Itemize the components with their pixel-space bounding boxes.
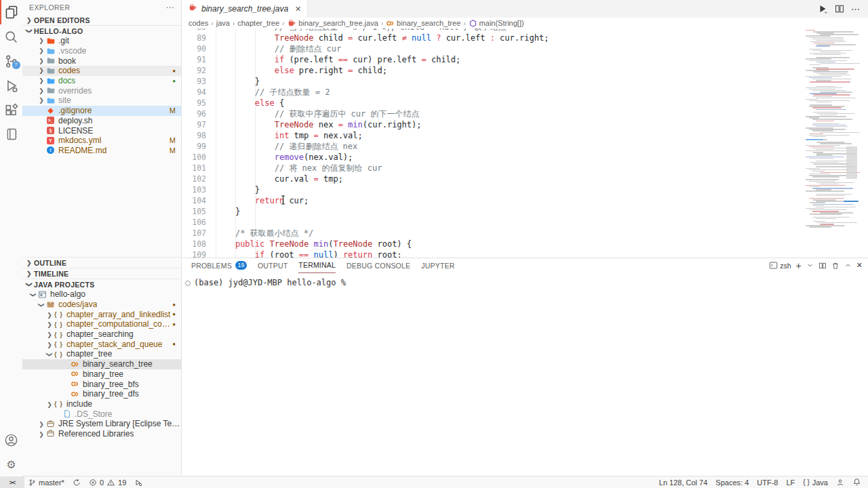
folder-icon	[45, 86, 56, 95]
extensions-icon[interactable]	[0, 98, 22, 122]
section-open-editors[interactable]: ❯ OPEN EDITORS	[22, 15, 181, 25]
item-label: mkdocs.yml	[58, 136, 101, 145]
terminal[interactable]: (base) jyd@JYD-MBP hello-algo %	[182, 272, 868, 468]
java-project-item-chapter-computational-complexity[interactable]: ❯{ }chapter_computational_complexity●	[22, 319, 181, 329]
code-line-93: 93 }	[182, 76, 803, 87]
kill-terminal-icon[interactable]	[831, 262, 840, 270]
explorer-item-book[interactable]: ❯book	[22, 56, 181, 66]
explorer-item-license[interactable]: §LICENSE	[22, 125, 181, 136]
panel-tab-output[interactable]: OUTPUT	[258, 258, 288, 272]
close-panel-icon[interactable]: ✕	[856, 261, 863, 270]
breadcrumb-item-main-string-[interactable]: main(String[])	[469, 19, 524, 28]
line-number: 106	[182, 217, 216, 228]
chevron-right-icon: ❯	[37, 67, 45, 74]
code-line-101: 101 // 将 nex 的值复制给 cur	[182, 163, 803, 174]
explorer-item-docs[interactable]: ❯docs●	[22, 76, 181, 86]
java-project-item-include[interactable]: ❯{ }include	[22, 399, 181, 409]
section-timeline[interactable]: ❯ TIMELINE	[22, 268, 181, 279]
java-project-item-chapter-stack-and-queue[interactable]: ❯{ }chapter_stack_and_queue●	[22, 339, 181, 349]
tab-bar: binary_search_tree.java ✕ ⋯	[182, 0, 868, 18]
section-outline[interactable]: ❯ OUTLINE	[22, 257, 181, 268]
feedback-icon[interactable]	[832, 476, 848, 488]
launch-status-icon[interactable]	[130, 476, 146, 488]
notebook-icon[interactable]	[0, 122, 22, 146]
status-language-mode[interactable]: { }Java	[799, 476, 832, 488]
java-project-item-chapter-searching[interactable]: ❯{ }chapter_searching	[22, 329, 181, 340]
explorer-item-deploy-sh[interactable]: >_deploy.sh	[22, 116, 181, 126]
breadcrumb-item-java[interactable]: java	[216, 19, 230, 27]
command-decoration-icon[interactable]	[185, 281, 191, 286]
explorer-item--git[interactable]: ❯.git	[22, 36, 181, 46]
explorer-item-codes[interactable]: ❯codes●	[22, 66, 181, 76]
item-label: book	[58, 56, 76, 66]
item-label: deploy.sh	[58, 116, 92, 125]
java-project-item-codes-java[interactable]: ❯codes/java●	[22, 300, 181, 310]
chevron-down-icon: ❯	[29, 289, 37, 299]
search-icon[interactable]	[0, 24, 22, 49]
notifications-bell-icon[interactable]	[848, 476, 868, 488]
section-label: OUTLINE	[34, 259, 66, 267]
explorer-item--gitignore[interactable]: .gitignoreM	[22, 106, 181, 116]
settings-gear-icon[interactable]: ⚙	[0, 452, 22, 476]
java-project-item-referenced-libraries[interactable]: ❯Referenced Libraries	[22, 429, 181, 439]
explorer-item-readme-md[interactable]: iREADME.mdM	[22, 146, 181, 156]
section-label: TIMELINE	[34, 270, 68, 278]
panel-tab-debug-console[interactable]: DEBUG CONSOLE	[347, 258, 410, 272]
java-project-item--ds-store[interactable]: .DS_Store	[22, 409, 181, 419]
section-java-projects[interactable]: ❯ JAVA PROJECTS	[22, 279, 181, 289]
status-encoding[interactable]: UTF-8	[753, 476, 782, 488]
terminal-shell-selector[interactable]: zsh	[769, 261, 791, 270]
breadcrumb-separator: ›	[231, 20, 236, 27]
tab-binary-search-tree[interactable]: binary_search_tree.java ✕	[182, 0, 308, 18]
more-actions-icon[interactable]: ⋯	[166, 3, 174, 12]
source-control-icon[interactable]: 7	[0, 49, 22, 73]
status-indentation[interactable]: Spaces: 4	[711, 476, 753, 488]
explorer-icon[interactable]	[0, 0, 22, 24]
minimap[interactable]	[803, 28, 868, 258]
breadcrumb-item-codes[interactable]: codes	[189, 19, 208, 27]
explorer-item-overrides[interactable]: ❯overrides	[22, 85, 181, 96]
item-label: Referenced Libraries	[58, 429, 134, 439]
split-editor-icon[interactable]	[835, 4, 844, 14]
java-project-item-jre-system-library-eclipse-temurin-17-17-[interactable]: ❯JRE System Library [Eclipse Temurin 17 …	[22, 419, 181, 429]
new-terminal-icon[interactable]: +	[796, 260, 802, 271]
panel-tab-terminal[interactable]: TERMINAL	[298, 258, 336, 273]
panel-tab-problems[interactable]: PROBLEMS19	[191, 258, 247, 272]
remote-indicator[interactable]: ><	[0, 476, 24, 488]
close-icon[interactable]: ✕	[295, 5, 301, 14]
status-eol[interactable]: LF	[782, 476, 799, 488]
breadcrumb-item-binary-search-tree-java[interactable]: binary_search_tree.java	[287, 18, 378, 28]
java-project-item-hello-algo[interactable]: ❯hello-algo	[22, 289, 181, 300]
explorer-sidebar: EXPLORER ⋯ ❯ OPEN EDITORS ❯ HELLO-ALGO ❯…	[22, 0, 182, 476]
account-icon[interactable]	[0, 428, 22, 452]
git-branch-status[interactable]: master*	[24, 476, 68, 488]
explorer-item-site[interactable]: ❯site	[22, 96, 181, 106]
error-count: 0	[100, 479, 104, 487]
code-editor[interactable]: 88 // 当子结点数量 = 0 / 1 时, child = null / 该…	[182, 28, 868, 258]
code-line-102: 102 cur.val = tmp;	[182, 174, 803, 184]
split-terminal-icon[interactable]	[818, 262, 827, 270]
java-project-item-chapter-array-and-linkedlist[interactable]: ❯{ }chapter_array_and_linkedlist●	[22, 309, 181, 319]
problems-status[interactable]: 0 19	[85, 476, 130, 488]
breadcrumb-item-chapter-tree[interactable]: chapter_tree	[237, 19, 279, 27]
section-hello-algo[interactable]: ❯ HELLO-ALGO	[22, 25, 181, 36]
java-class-icon	[70, 360, 80, 369]
line-number: 92	[182, 65, 216, 76]
sync-changes-button[interactable]	[68, 476, 85, 488]
item-label: codes/java	[58, 300, 97, 309]
java-project-item-binary-tree-bfs[interactable]: binary_tree_bfs	[22, 379, 181, 389]
java-project-item-binary-tree[interactable]: binary_tree	[22, 369, 181, 380]
java-project-item-binary-tree-dfs[interactable]: binary_tree_dfs	[22, 389, 181, 399]
panel-tab-jupyter[interactable]: JUPYTER	[421, 258, 454, 272]
explorer-item-mkdocs-yml[interactable]: Ymkdocs.ymlM	[22, 136, 181, 146]
breadcrumb-item-binary-search-tree[interactable]: binary_search_tree	[386, 19, 460, 28]
status-cursor-position[interactable]: Ln 128, Col 74	[655, 476, 712, 488]
java-project-item-binary-search-tree[interactable]: binary_search_tree	[22, 359, 181, 369]
java-project-item-chapter-tree[interactable]: ❯{ }chapter_tree	[22, 349, 181, 359]
run-debug-icon[interactable]	[0, 73, 22, 98]
more-actions-icon[interactable]: ⋯	[851, 4, 860, 14]
run-button[interactable]	[817, 3, 828, 14]
maximize-panel-icon[interactable]	[844, 262, 852, 269]
explorer-item--vscode[interactable]: ❯.vscode	[22, 46, 181, 56]
launch-profile-chevron-icon[interactable]	[806, 262, 814, 269]
